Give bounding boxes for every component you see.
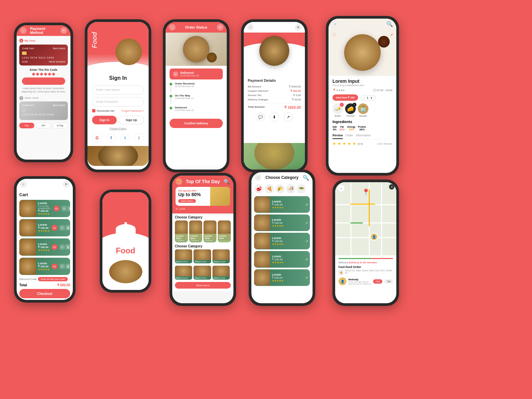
total-label: Total	[19, 283, 27, 287]
cat-heart1[interactable]: ♡	[302, 203, 305, 206]
add-item-btn[interactable]: Add Item ₹ 150	[332, 94, 358, 101]
cart-item4-img	[19, 258, 36, 275]
grid-item-5[interactable]: Bakery Food	[194, 266, 211, 280]
cart3-delete-btn[interactable]: 🗑	[66, 244, 70, 250]
close-button[interactable]: ✕	[61, 27, 67, 34]
password-input[interactable]: Enter Password	[92, 97, 144, 106]
timeline-dot	[170, 83, 172, 85]
food-card-1[interactable]: Lorem Item Category	[175, 220, 188, 242]
phone-food-detail: ‹ 🔍 ♡ ↗ Lorem Input It is a long establi…	[326, 16, 399, 176]
food-card-3[interactable]: Lorem Item Category	[203, 220, 216, 242]
remember-me[interactable]: Remember Me	[92, 109, 114, 112]
cat-icon-1[interactable]: 🥩	[254, 184, 263, 194]
road-v1	[350, 182, 351, 255]
cart-back-btn[interactable]: ‹	[20, 181, 27, 188]
show-more-btn[interactable]: Show More	[175, 282, 231, 289]
cat-heart4[interactable]: ♡	[302, 258, 305, 261]
save-btn[interactable]: ⬇	[270, 112, 279, 122]
signin-button[interactable]: Sign In	[92, 116, 117, 124]
grid-item-2[interactable]: Bakery Food	[194, 249, 211, 263]
qty-minus[interactable]: -	[364, 96, 365, 99]
facebook-icon[interactable]: f	[106, 133, 116, 143]
tab-information[interactable]: Information	[356, 134, 371, 139]
back-button[interactable]: ‹	[20, 27, 27, 34]
pin-placeholder[interactable]	[22, 77, 65, 85]
pd-close-btn[interactable]: ✕	[295, 24, 302, 31]
pay-button[interactable]: Pay	[19, 123, 34, 128]
map-close-btn[interactable]: ✕	[389, 184, 394, 190]
food-subtitle: It is a long established fact	[332, 84, 392, 87]
addon-masala-img[interactable]: 🫙	[358, 103, 368, 114]
pd-back-btn[interactable]: ‹	[247, 24, 254, 31]
grid-item-3[interactable]: Bakery Food	[212, 249, 230, 263]
food-splash-label: Food	[116, 246, 135, 255]
upi-button[interactable]: UPI	[36, 123, 51, 128]
cat-back-btn[interactable]: ‹	[255, 174, 261, 181]
cart3-edit-btn[interactable]: ✏	[60, 244, 65, 250]
top-day-search-btn[interactable]: 🔍	[223, 178, 230, 185]
open-menu-btn[interactable]: Open Menu	[178, 199, 196, 203]
share-btn[interactable]: ↗	[284, 112, 293, 122]
heart-icon[interactable]: ♡	[332, 33, 336, 38]
qty-plus[interactable]: ∨	[370, 96, 373, 99]
signup-button[interactable]: Sign Up	[119, 116, 144, 124]
pin-label: Enter The Pin Code	[19, 68, 68, 71]
phone-food-splash: Food	[100, 190, 151, 293]
grid-item-4[interactable]: Bakery Food	[175, 266, 192, 280]
cat-icon-5[interactable]: 🥗	[297, 184, 306, 194]
addon-minus-icon[interactable]: −	[340, 103, 344, 107]
whatsapp-btn[interactable]: 💬	[256, 112, 265, 122]
cat-icon-3[interactable]: 🌮	[275, 184, 285, 194]
google-icon[interactable]: G	[92, 133, 102, 143]
addon-cheese-img[interactable]: 🧀 +	[345, 103, 356, 114]
cat-share2[interactable]: ↗	[305, 221, 308, 225]
cat-search-btn[interactable]: 🔍	[303, 174, 309, 181]
call-btn[interactable]: Call	[373, 279, 382, 284]
order-back-btn[interactable]: ‹	[169, 24, 176, 31]
qty-stepper[interactable]: - 1 ∨	[361, 95, 376, 100]
food-card-4[interactable]: Lorem Item	[218, 220, 231, 242]
tab-review[interactable]: Review	[332, 134, 343, 139]
grid-item-6[interactable]: Bakery Food	[212, 266, 230, 280]
cart-edit-btn[interactable]: ✏	[62, 206, 67, 211]
fd-search-btn[interactable]: 🔍	[386, 21, 393, 27]
privacy-link[interactable]: Privacy Policy	[92, 127, 144, 130]
cat-icon-4[interactable]: 🍜	[286, 184, 295, 194]
username-input[interactable]: Enter User Name	[92, 85, 144, 94]
cat-share5[interactable]: ↗	[305, 276, 308, 280]
cart-close-btn[interactable]: ✕	[63, 181, 69, 188]
cat-share1[interactable]: ↗	[305, 203, 308, 206]
road-v3	[381, 182, 382, 255]
addon-butter-img[interactable]: 🧈 −	[332, 103, 343, 114]
addon-plus-icon[interactable]: +	[352, 103, 356, 107]
order-close-btn[interactable]: ✕	[217, 24, 223, 31]
other-card[interactable]: Credit Card Bank Name 1234 5678 9012 345…	[19, 101, 68, 120]
cat-icon-2[interactable]: 🍕	[265, 184, 274, 194]
apple-icon[interactable]: 	[134, 133, 144, 143]
twitter-icon[interactable]: t	[120, 133, 130, 143]
tab-order[interactable]: Order	[345, 134, 353, 139]
cat-heart3[interactable]: ♡	[302, 239, 305, 243]
grid-item-1[interactable]: Bakery Food	[175, 249, 192, 263]
map-back-btn[interactable]: ‹	[338, 185, 344, 192]
cat-heart5[interactable]: ♡	[302, 276, 305, 280]
fd-share-icon[interactable]: ↗	[390, 33, 393, 37]
cat-share4[interactable]: ↗	[305, 258, 308, 261]
food-card-2[interactable]: Lorem Item Category	[189, 220, 202, 242]
cat-share3[interactable]: ↗	[305, 239, 308, 243]
txt-btn[interactable]: Txt	[384, 279, 393, 284]
confirm-delivery-btn[interactable]: Confirm Delivery	[170, 119, 223, 128]
delivery-address: Pizza Hut, Main Street, New City 1234, S…	[345, 269, 393, 274]
cart4-edit-btn[interactable]: ✏	[60, 264, 65, 269]
cart2-edit-btn[interactable]: ✏	[60, 225, 65, 230]
remember-checkbox[interactable]	[92, 109, 95, 112]
cart-delete-btn[interactable]: 🗑	[67, 206, 70, 211]
gpay-button[interactable]: G Pay	[52, 123, 68, 128]
discount-btn[interactable]: Save off with your order	[38, 277, 68, 281]
fd-back-btn[interactable]: ‹	[332, 21, 338, 27]
cat-heart2[interactable]: ♡	[302, 221, 305, 225]
checkout-btn[interactable]: Checkout	[19, 289, 70, 298]
cart4-delete-btn[interactable]: 🗑	[66, 264, 70, 269]
credit-card[interactable]: Credit Card Bank Name 1234 5678 9012 345…	[19, 45, 68, 66]
cart2-delete-btn[interactable]: 🗑	[66, 225, 70, 230]
